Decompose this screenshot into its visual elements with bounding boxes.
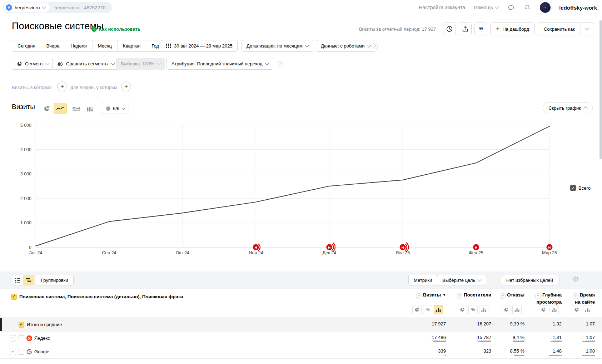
column-header-3[interactable]: ?Глубинапросмотра bbox=[526, 292, 562, 305]
column-label: Глубина bbox=[542, 292, 562, 298]
column-header-0[interactable]: ?Визиты▼ bbox=[392, 292, 446, 299]
column-view-toggles-1: % bbox=[448, 305, 488, 314]
chart-type-stacked-icon[interactable] bbox=[72, 105, 80, 112]
row-label[interactable]: Яндекс bbox=[34, 335, 50, 341]
tree-view-button[interactable] bbox=[23, 275, 34, 285]
percent-toggle-icon[interactable]: % bbox=[468, 305, 478, 314]
row-checkbox[interactable] bbox=[19, 349, 24, 355]
detalization-dropdown[interactable]: Детализация: по месяцам bbox=[242, 40, 313, 52]
bell-icon[interactable] bbox=[523, 4, 531, 11]
metric-help-icon[interactable]: ? bbox=[500, 293, 506, 299]
metric-value[interactable]: 1,31 bbox=[553, 335, 562, 341]
percent-toggle-icon[interactable]: % bbox=[423, 305, 432, 314]
pie-toggle-icon[interactable] bbox=[458, 305, 467, 314]
avatar[interactable]: ✦ bbox=[540, 2, 551, 13]
metric-cell: 9,39 % bbox=[493, 318, 524, 331]
save-as-dropdown-button[interactable] bbox=[581, 23, 594, 35]
choose-goal-dropdown[interactable]: Выберите цель bbox=[437, 275, 486, 285]
expand-row-button[interactable]: + bbox=[10, 335, 16, 341]
export-button[interactable] bbox=[459, 23, 472, 35]
date-preset-group: СегодняВчераНеделяМесяцКварталГод bbox=[12, 40, 165, 52]
column-header-2[interactable]: ?Отказы bbox=[493, 292, 524, 299]
metric-value[interactable]: 8,55 % bbox=[510, 348, 524, 354]
attribution-help-icon[interactable]: ? bbox=[278, 61, 284, 67]
no-favorite-goals-pill[interactable]: Нет избранных целей bbox=[499, 275, 560, 285]
data-mode-dropdown[interactable]: Данные: с роботами bbox=[316, 40, 375, 52]
bars-toggle-icon[interactable] bbox=[549, 305, 559, 314]
series-visibility-dropdown[interactable]: 6/6 bbox=[102, 103, 129, 114]
metric-value[interactable]: 339 bbox=[438, 348, 446, 354]
help-menu[interactable]: Помощь bbox=[474, 5, 498, 10]
metric-value[interactable]: 1:07 bbox=[586, 335, 595, 341]
chart-type-pie-icon[interactable] bbox=[43, 105, 51, 112]
select-all-checkbox[interactable] bbox=[11, 294, 17, 300]
segments-quote-button[interactable]: ” bbox=[474, 23, 487, 35]
date-preset-0[interactable]: Сегодня bbox=[12, 40, 41, 51]
add-people-filter-button[interactable]: + bbox=[121, 81, 131, 91]
pie-toggle-icon[interactable] bbox=[412, 305, 422, 314]
metric-value[interactable]: 323 bbox=[483, 348, 491, 354]
expand-row-button[interactable]: + bbox=[10, 349, 16, 355]
metric-share-bar bbox=[478, 341, 491, 342]
chart-type-line-icon[interactable] bbox=[54, 103, 67, 114]
chevron-down-icon bbox=[156, 61, 160, 65]
segment-dropdown[interactable]: Сегмент bbox=[12, 58, 54, 70]
groupings-button[interactable]: Группировки bbox=[36, 275, 74, 285]
metric-value[interactable]: 9,4 % bbox=[513, 335, 524, 341]
column-header-1[interactable]: ?Посетители bbox=[448, 292, 491, 299]
add-to-dashboard-button[interactable]: + На дашборд bbox=[490, 23, 535, 35]
sampling-label: Выборка: 100% bbox=[121, 61, 154, 66]
chat-icon[interactable] bbox=[507, 4, 515, 11]
chart-type-columns-icon[interactable] bbox=[86, 105, 94, 112]
row-checkbox[interactable] bbox=[19, 322, 24, 328]
metrics-button[interactable]: Метрики bbox=[408, 275, 437, 285]
chevron-up-icon bbox=[583, 106, 587, 110]
how-to-use-link[interactable]: i Как использовать bbox=[91, 26, 140, 32]
legend-item-total[interactable]: ✓ Всего bbox=[570, 185, 591, 191]
date-preset-2[interactable]: Неделя bbox=[65, 40, 92, 51]
add-visits-filter-button[interactable]: + bbox=[57, 81, 67, 91]
date-preset-4[interactable]: Квартал bbox=[117, 40, 146, 51]
bars-toggle-icon[interactable] bbox=[512, 305, 522, 314]
pie-toggle-icon[interactable] bbox=[502, 305, 511, 314]
compare-segments-dropdown[interactable]: Сравнить сегменты bbox=[52, 58, 119, 70]
gear-icon[interactable]: ⚙ bbox=[572, 275, 579, 284]
user-login[interactable]: ledoffsky-work bbox=[559, 5, 597, 11]
metric-value[interactable]: 1,48 bbox=[553, 348, 562, 354]
visits-line-chart[interactable]: 01 0002 0003 0004 0005 000Авг 24Сен 24Ок… bbox=[0, 118, 602, 261]
save-as-button[interactable]: Сохранить как bbox=[538, 23, 581, 35]
hide-chart-button[interactable]: Скрыть график bbox=[543, 103, 593, 113]
people-filter-label: для людей, у которых bbox=[70, 85, 117, 90]
bars-toggle-icon[interactable] bbox=[583, 305, 592, 314]
metric-value[interactable]: 15 787 bbox=[477, 335, 491, 341]
sampling-dropdown[interactable]: Выборка: 100% bbox=[116, 58, 165, 70]
table-row-total: Итого и средние17 92716 2079,39 %1,321:0… bbox=[0, 318, 602, 331]
pie-toggle-icon[interactable] bbox=[572, 305, 581, 314]
metric-help-icon[interactable]: ? bbox=[416, 293, 422, 299]
row-label[interactable]: Google bbox=[34, 349, 49, 354]
scrollbar-thumb[interactable] bbox=[599, 20, 602, 159]
column-header-4[interactable]: ?Времяна сайте bbox=[563, 292, 595, 305]
account-settings-link[interactable]: Настройка аккаунта bbox=[419, 5, 465, 10]
metric-help-icon[interactable]: ? bbox=[535, 293, 541, 299]
metric-value[interactable]: 17 486 bbox=[432, 335, 446, 341]
column-label: Отказы bbox=[507, 292, 524, 298]
metric-help-icon[interactable]: ? bbox=[573, 293, 578, 299]
attribution-dropdown[interactable]: Атрибуция: Последний значимый переход bbox=[166, 58, 273, 70]
row-checkbox[interactable] bbox=[19, 335, 24, 341]
data-mode-help-icon[interactable]: ? bbox=[372, 43, 378, 49]
date-range-button[interactable]: 30 авг 2024 — 29 мар 2025 bbox=[161, 40, 238, 52]
bars-toggle-icon[interactable] bbox=[479, 305, 488, 314]
date-preset-1[interactable]: Вчера bbox=[41, 40, 65, 51]
counter-switcher[interactable]: H herpesvir.ru bbox=[4, 3, 50, 13]
metric-help-icon[interactable]: ? bbox=[457, 293, 462, 299]
metric-value[interactable]: 1:08 bbox=[586, 348, 595, 354]
row-label[interactable]: Итого и средние bbox=[27, 322, 62, 327]
legend-checkbox[interactable]: ✓ bbox=[570, 185, 576, 191]
history-button[interactable] bbox=[443, 23, 456, 35]
list-view-button[interactable] bbox=[12, 275, 23, 285]
date-preset-3[interactable]: Месяц bbox=[92, 40, 117, 51]
series-circle-icon bbox=[106, 106, 110, 111]
pie-toggle-icon[interactable] bbox=[539, 305, 548, 314]
bars-toggle-icon[interactable] bbox=[434, 305, 443, 314]
